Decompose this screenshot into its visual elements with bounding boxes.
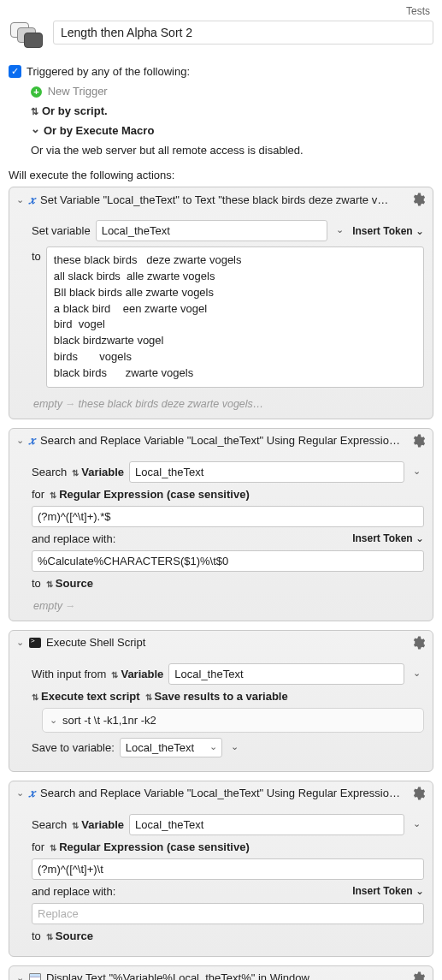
disclosure-icon[interactable]: ⌄ bbox=[16, 637, 24, 648]
disclosure-icon[interactable]: ⌄ bbox=[16, 194, 24, 205]
gear-icon[interactable] bbox=[410, 635, 426, 650]
gear-icon[interactable] bbox=[410, 192, 426, 207]
script-disclosure[interactable]: ⌄ bbox=[50, 715, 57, 726]
for-label: for bbox=[32, 488, 44, 501]
action-execute-shell[interactable]: ⌄ Execute Shell Script With input from V… bbox=[9, 630, 433, 772]
preview-row: empty→ bbox=[32, 595, 424, 612]
variable-dropdown[interactable] bbox=[410, 819, 424, 830]
search-pattern-field[interactable]: (?m)^([^\t]+).*$ bbox=[32, 506, 424, 527]
replace-label: and replace with: bbox=[32, 885, 115, 898]
disclosure-icon[interactable]: ⌄ bbox=[16, 972, 24, 980]
to-label: to bbox=[32, 930, 41, 942]
macro-name-field[interactable]: Length then Alpha Sort 2 bbox=[53, 21, 433, 45]
variable-icon: 𝑥 bbox=[29, 786, 35, 800]
replacement-field[interactable]: Replace bbox=[32, 903, 424, 924]
variable-dropdown[interactable] bbox=[410, 668, 424, 680]
action-title: Search and Replace Variable "Local_theTe… bbox=[40, 434, 405, 447]
action-title: Display Text "%Variable%Local_theText%" … bbox=[46, 971, 405, 980]
insert-token-button[interactable]: Insert Token bbox=[352, 885, 424, 897]
text-value-field[interactable]: these black birds deze zwarte vogels all… bbox=[46, 246, 424, 388]
search-label: Search bbox=[32, 466, 67, 478]
preview-row: empty→these black birds deze zwarte voge… bbox=[32, 393, 424, 410]
variable-selector[interactable]: Variable bbox=[72, 818, 124, 831]
action-search-replace-1[interactable]: ⌄ 𝑥 Search and Replace Variable "Local_t… bbox=[9, 428, 433, 621]
input-variable-field[interactable]: Local_theText bbox=[168, 663, 404, 685]
with-input-label: With input from bbox=[32, 668, 106, 680]
action-set-variable[interactable]: ⌄ 𝑥 Set Variable "Local_theText" to Text… bbox=[9, 187, 433, 419]
triggered-checkbox[interactable]: ✓ bbox=[9, 65, 21, 78]
gear-icon[interactable] bbox=[410, 786, 426, 801]
variable-dropdown[interactable] bbox=[410, 466, 424, 478]
action-title: Search and Replace Variable "Local_theTe… bbox=[40, 787, 405, 799]
will-execute-label: Will execute the following actions: bbox=[9, 169, 433, 181]
triggered-heading: Triggered by any of the following: bbox=[27, 65, 190, 78]
source-selector[interactable]: Source bbox=[46, 930, 93, 942]
updown-icon bbox=[31, 104, 42, 117]
action-title: Execute Shell Script bbox=[46, 636, 405, 649]
disclosure-icon[interactable]: ⌄ bbox=[16, 435, 24, 446]
set-variable-label: Set variable bbox=[32, 224, 91, 237]
execute-mode-selector[interactable]: Execute text script bbox=[32, 690, 140, 703]
variable-name-field[interactable]: Local_theText bbox=[129, 461, 404, 483]
variable-name-field[interactable]: Local_theText bbox=[96, 220, 328, 241]
replacement-field[interactable]: %Calculate%CHARACTERS($1)%\t$0 bbox=[32, 550, 424, 572]
action-display-text[interactable]: ⌄ Display Text "%Variable%Local_theText%… bbox=[9, 965, 433, 980]
variable-icon: 𝑥 bbox=[29, 433, 35, 448]
macro-icon bbox=[9, 21, 48, 55]
plus-icon: + bbox=[31, 86, 42, 98]
disclosure-icon[interactable]: ⌄ bbox=[16, 787, 24, 799]
to-label: to bbox=[32, 246, 41, 263]
variable-dropdown[interactable] bbox=[227, 742, 242, 753]
gear-icon[interactable] bbox=[410, 971, 426, 980]
insert-token-button[interactable]: Insert Token bbox=[352, 532, 424, 544]
or-via-web: Or via the web server but all remote acc… bbox=[31, 144, 433, 157]
variable-selector[interactable]: Variable bbox=[72, 466, 124, 478]
or-by-script[interactable]: Or by script. bbox=[31, 104, 433, 117]
regex-mode-selector[interactable]: Regular Expression (case sensitive) bbox=[50, 840, 250, 853]
action-title: Set Variable "Local_theText" to Text "th… bbox=[40, 193, 405, 206]
to-label: to bbox=[32, 577, 41, 590]
or-by-execute-macro[interactable]: Or by Execute Macro bbox=[31, 124, 433, 137]
window-icon bbox=[29, 973, 41, 980]
tests-link[interactable]: Tests bbox=[9, 5, 433, 21]
save-to-label: Save to variable: bbox=[32, 741, 115, 754]
gear-icon[interactable] bbox=[410, 433, 426, 448]
insert-token-button[interactable]: Insert Token bbox=[352, 225, 424, 237]
chevron-down-icon bbox=[31, 124, 44, 137]
variable-name-field[interactable]: Local_theText bbox=[129, 814, 404, 835]
terminal-icon bbox=[29, 638, 41, 648]
source-selector[interactable]: Source bbox=[46, 577, 93, 590]
regex-mode-selector[interactable]: Regular Expression (case sensitive) bbox=[50, 488, 250, 501]
replace-label: and replace with: bbox=[32, 532, 115, 545]
script-text[interactable]: sort -t \t -k1,1nr -k2 bbox=[62, 714, 416, 727]
variable-selector[interactable]: Variable bbox=[111, 668, 163, 680]
new-trigger-button[interactable]: + New Trigger bbox=[31, 85, 433, 98]
save-mode-selector[interactable]: Save results to a variable bbox=[145, 690, 288, 703]
save-to-variable-select[interactable]: Local_theText bbox=[120, 738, 222, 757]
action-search-replace-2[interactable]: ⌄ 𝑥 Search and Replace Variable "Local_t… bbox=[9, 781, 433, 957]
search-pattern-field[interactable]: (?m)^([^\t]+)\t bbox=[32, 858, 424, 880]
search-label: Search bbox=[32, 818, 67, 831]
for-label: for bbox=[32, 840, 44, 853]
variable-icon: 𝑥 bbox=[29, 193, 35, 207]
variable-dropdown[interactable] bbox=[333, 225, 347, 236]
